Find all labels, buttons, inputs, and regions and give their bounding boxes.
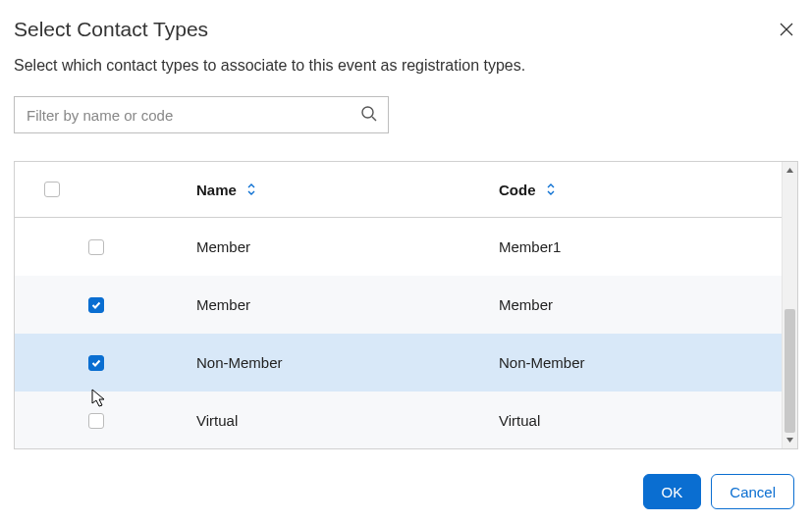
modal-title: Select Contact Types — [14, 18, 208, 41]
scrollbar-thumb[interactable] — [785, 309, 795, 433]
column-header-name-label: Name — [196, 182, 237, 198]
row-checkbox[interactable] — [88, 297, 104, 313]
sort-icon — [546, 183, 556, 196]
row-name-cell: Member — [196, 296, 499, 313]
row-checkbox-cell — [15, 355, 196, 371]
table-row[interactable]: MemberMember — [15, 276, 782, 334]
column-header-code-label: Code — [499, 182, 536, 198]
contact-types-table: Name Code MemberMember1M — [14, 161, 798, 449]
filter-container — [14, 96, 389, 133]
row-name-cell: Non-Member — [196, 354, 499, 371]
row-code-cell: Member — [499, 296, 782, 313]
column-header-code[interactable]: Code — [499, 182, 782, 198]
table-row[interactable]: MemberMember1 — [15, 218, 782, 276]
row-name-cell: Member — [196, 238, 499, 255]
table-header-row: Name Code — [15, 162, 782, 218]
modal-footer: OK Cancel — [643, 474, 794, 509]
scroll-up-arrow-icon[interactable] — [783, 162, 797, 179]
row-code-cell: Non-Member — [499, 354, 782, 371]
svg-line-3 — [372, 117, 376, 121]
row-code-cell: Member1 — [499, 238, 782, 255]
modal-subtitle: Select which contact types to associate … — [14, 57, 798, 75]
select-contact-types-modal: Select Contact Types Select which contac… — [0, 0, 812, 523]
vertical-scrollbar[interactable] — [782, 162, 798, 448]
table-body: MemberMember1MemberMemberNon-MemberNon-M… — [15, 218, 782, 448]
search-icon[interactable] — [360, 105, 378, 126]
header-select-all-cell — [15, 182, 196, 197]
svg-marker-5 — [786, 438, 793, 443]
row-name-cell: Virtual — [196, 412, 499, 429]
table-row[interactable]: VirtualVirtual — [15, 392, 782, 448]
table-main: Name Code MemberMember1M — [15, 162, 782, 448]
select-all-checkbox[interactable] — [44, 182, 60, 197]
filter-input[interactable] — [25, 106, 360, 125]
close-icon — [779, 22, 794, 37]
row-checkbox-cell — [15, 239, 196, 255]
modal-header: Select Contact Types — [14, 18, 798, 57]
ok-button[interactable]: OK — [643, 474, 702, 509]
svg-point-2 — [362, 107, 373, 118]
row-checkbox[interactable] — [88, 239, 104, 255]
row-code-cell: Virtual — [499, 412, 782, 429]
column-header-name[interactable]: Name — [196, 182, 499, 198]
svg-marker-4 — [786, 168, 793, 173]
row-checkbox[interactable] — [88, 413, 104, 429]
cancel-button[interactable]: Cancel — [711, 474, 794, 509]
close-button[interactable] — [775, 18, 798, 41]
table-row[interactable]: Non-MemberNon-Member — [15, 334, 782, 392]
sort-icon — [246, 183, 256, 196]
row-checkbox-cell — [15, 297, 196, 313]
row-checkbox-cell — [15, 413, 196, 429]
row-checkbox[interactable] — [88, 355, 104, 371]
scroll-down-arrow-icon[interactable] — [783, 432, 797, 448]
